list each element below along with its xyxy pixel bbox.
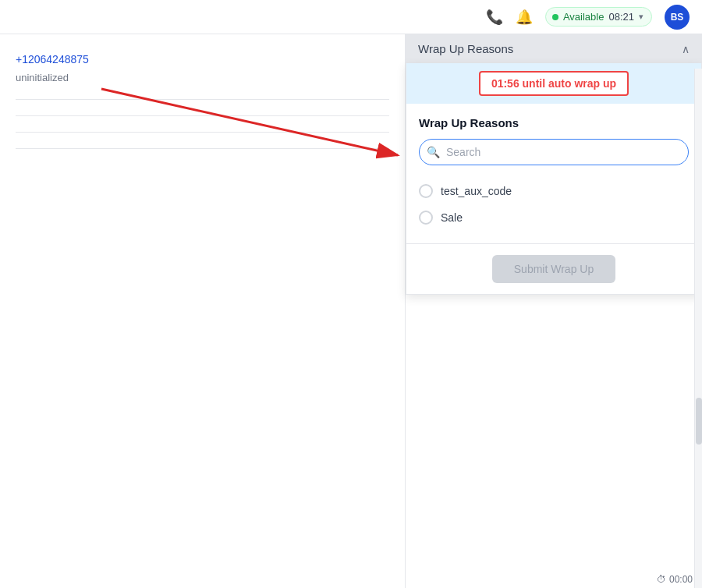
divider-4 [16, 148, 389, 149]
status-dot [552, 14, 558, 20]
clock-icon: ⏱ [657, 574, 666, 585]
status-label: Available [563, 11, 604, 23]
status-time: 08:21 [608, 11, 634, 23]
header-icons: 📞 🔔 [486, 9, 533, 26]
wrap-up-header-title: Wrap Up Reasons [418, 42, 513, 55]
wrap-up-panel: 01:56 until auto wrap up Wrap Up Reasons… [406, 63, 702, 295]
panel-body: Wrap Up Reasons 🔍 test_aux_code Sale [406, 104, 701, 243]
right-panel: Wrap Up Reasons ∧ 01:56 until auto wrap … [406, 34, 702, 588]
option-test-aux-code[interactable]: test_aux_code [419, 178, 689, 204]
search-icon: 🔍 [427, 146, 440, 158]
search-container: 🔍 [419, 139, 689, 165]
phone-number: +12064248875 [16, 53, 389, 66]
status-pill[interactable]: Available 08:21 ▾ [545, 7, 652, 27]
bottom-time: 00:00 [669, 574, 693, 585]
left-panel: +12064248875 uninitialized [0, 34, 406, 588]
scrollbar-thumb[interactable] [696, 398, 702, 445]
option-label-2: Sale [441, 211, 463, 224]
panel-footer: Submit Wrap Up [406, 243, 701, 294]
option-sale[interactable]: Sale [419, 204, 689, 231]
avatar[interactable]: BS [665, 5, 690, 30]
timer-box: 01:56 until auto wrap up [479, 71, 629, 96]
option-label-1: test_aux_code [441, 185, 512, 197]
header: 📞 🔔 Available 08:21 ▾ BS [0, 0, 702, 34]
main-content: +12064248875 uninitialized Wrap Up Reaso… [0, 34, 702, 588]
wrap-up-header[interactable]: Wrap Up Reasons ∧ [406, 34, 702, 63]
scrollbar-track[interactable] [694, 69, 702, 588]
radio-circle-2 [419, 211, 433, 225]
chevron-down-icon: ▾ [639, 12, 644, 22]
call-status: uninitialized [16, 72, 389, 83]
phone-icon[interactable]: 📞 [486, 9, 503, 26]
divider-2 [16, 115, 389, 116]
bell-icon[interactable]: 🔔 [516, 9, 533, 26]
arrow-annotation [94, 81, 452, 175]
chevron-up-icon: ∧ [682, 43, 690, 55]
divider-3 [16, 132, 389, 133]
search-input[interactable] [419, 139, 689, 165]
section-title: Wrap Up Reasons [419, 116, 689, 129]
timer-banner: 01:56 until auto wrap up [406, 63, 701, 104]
radio-circle-1 [419, 184, 433, 198]
submit-wrap-up-button[interactable]: Submit Wrap Up [492, 255, 615, 283]
divider-1 [16, 99, 389, 100]
